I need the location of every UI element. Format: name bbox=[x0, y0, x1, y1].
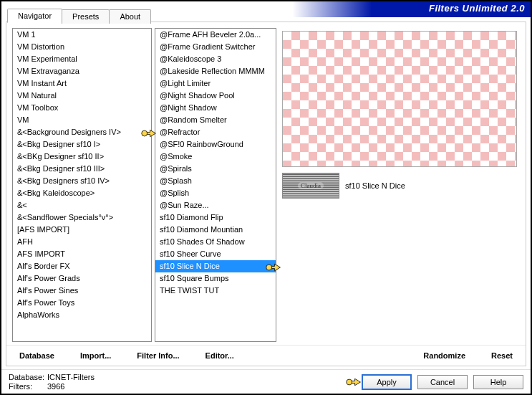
list-item[interactable]: VM Natural bbox=[13, 90, 151, 102]
list-item[interactable]: @Sun Raze... bbox=[155, 199, 276, 211]
list-item[interactable]: &< bbox=[13, 199, 151, 211]
list-item[interactable]: sf10 Square Bumps bbox=[155, 272, 276, 285]
list-item[interactable]: @Splash bbox=[155, 175, 276, 187]
list-item[interactable]: sf10 Sheer Curve bbox=[155, 248, 276, 260]
list-item[interactable]: @Spirals bbox=[155, 163, 276, 175]
filter-thumbnail bbox=[282, 173, 339, 199]
list-item[interactable]: VM bbox=[13, 114, 151, 126]
list-item[interactable]: Alf's Border FX bbox=[13, 260, 151, 272]
list-item[interactable]: @Kaleidoscope 3 bbox=[155, 53, 276, 65]
list-item[interactable]: VM 1 bbox=[13, 29, 151, 41]
help-button[interactable]: Help bbox=[473, 375, 523, 389]
editor-button[interactable]: Editor... bbox=[200, 350, 240, 361]
list-item[interactable]: AlphaWorks bbox=[13, 309, 151, 321]
tab-navigator[interactable]: Navigator bbox=[7, 9, 62, 23]
database-button[interactable]: Database bbox=[14, 350, 60, 361]
list-item[interactable]: @Frame Gradient Switcher bbox=[155, 41, 276, 53]
cancel-button[interactable]: Cancel bbox=[417, 375, 468, 389]
list-item[interactable]: Alf's Power Grads bbox=[13, 272, 151, 285]
filters-label: Filters: bbox=[9, 382, 47, 391]
tab-about[interactable]: About bbox=[109, 9, 151, 24]
footer: Database:ICNET-Filters Filters:3966 Appl… bbox=[1, 369, 531, 394]
list-item[interactable]: @Frame AFH Beveler 2.0a... bbox=[155, 29, 276, 41]
randomize-button[interactable]: Randomize bbox=[417, 350, 471, 361]
list-item[interactable]: &<BKg Designer sf10 II> bbox=[13, 151, 151, 163]
list-item[interactable]: VM Distortion bbox=[13, 41, 151, 53]
toolbar: Database Import... Filter Info... Editor… bbox=[6, 345, 526, 366]
main-area: VM 1VM DistortionVM ExperimentalVM Extra… bbox=[6, 22, 526, 345]
list-item[interactable]: @Random Smelter bbox=[155, 114, 276, 126]
list-item[interactable]: @Night Shadow bbox=[155, 102, 276, 114]
list-item[interactable]: @Light Limiter bbox=[155, 77, 276, 90]
list-item[interactable]: @Night Shadow Pool bbox=[155, 90, 276, 102]
selected-filter-label: sf10 Slice N Dice bbox=[345, 181, 405, 190]
footer-info: Database:ICNET-Filters Filters:3966 bbox=[9, 373, 95, 391]
filter-list[interactable]: @Frame AFH Beveler 2.0a...@Frame Gradien… bbox=[155, 28, 276, 342]
list-item[interactable]: VM Instant Art bbox=[13, 77, 151, 90]
list-item[interactable]: Alf's Power Toys bbox=[13, 297, 151, 309]
filter-name-row: sf10 Slice N Dice bbox=[282, 171, 517, 200]
list-item[interactable]: @Splish bbox=[155, 187, 276, 199]
main-panel: VM 1VM DistortionVM ExperimentalVM Extra… bbox=[6, 22, 526, 366]
list-item[interactable]: &<Background Designers IV> bbox=[13, 126, 151, 138]
list-item[interactable]: @Refractor bbox=[155, 126, 276, 138]
list-item[interactable]: sf10 Slice N Dice bbox=[155, 260, 276, 272]
list-item[interactable]: AFS IMPORT bbox=[13, 248, 151, 260]
db-label: Database: bbox=[9, 373, 47, 382]
list-item[interactable]: @Smoke bbox=[155, 151, 276, 163]
filter-info-button[interactable]: Filter Info... bbox=[131, 350, 185, 361]
tab-presets[interactable]: Presets bbox=[62, 9, 110, 24]
list-item[interactable]: &<Bkg Designers sf10 IV> bbox=[13, 175, 151, 187]
list-item[interactable]: VM Toolbox bbox=[13, 102, 151, 114]
filters-count: 3966 bbox=[47, 382, 64, 391]
list-item[interactable]: sf10 Diamond Mountian bbox=[155, 224, 276, 236]
reset-button[interactable]: Reset bbox=[485, 350, 518, 361]
list-item[interactable]: Alf's Power Sines bbox=[13, 285, 151, 297]
preview-image bbox=[282, 31, 517, 167]
list-item[interactable]: VM Extravaganza bbox=[13, 65, 151, 77]
pointer-hand-icon bbox=[344, 374, 363, 390]
preview-area: sf10 Slice N Dice bbox=[279, 28, 520, 342]
tab-bar: Navigator Presets About bbox=[7, 9, 150, 23]
list-item[interactable]: THE TWIST TUT bbox=[155, 285, 276, 297]
list-item[interactable]: [AFS IMPORT] bbox=[13, 224, 151, 236]
import-button[interactable]: Import... bbox=[74, 350, 117, 361]
list-item[interactable]: AFH bbox=[13, 236, 151, 248]
apply-button[interactable]: Apply bbox=[362, 374, 412, 390]
list-item[interactable]: VM Experimental bbox=[13, 53, 151, 65]
list-item[interactable]: sf10 Diamond Flip bbox=[155, 211, 276, 224]
app-title: Filters Unlimited 2.0 bbox=[429, 3, 525, 14]
list-item[interactable]: &<Bkg Designer sf10 I> bbox=[13, 138, 151, 151]
list-item[interactable]: @Lakeside Reflection MMMM bbox=[155, 65, 276, 77]
list-item[interactable]: @SF!0 RainbowGround bbox=[155, 138, 276, 151]
list-item[interactable]: &<Sandflower Specials°v°> bbox=[13, 211, 151, 224]
list-item[interactable]: &<Bkg Designer sf10 III> bbox=[13, 163, 151, 175]
footer-buttons: Apply Cancel Help bbox=[362, 374, 523, 390]
category-list[interactable]: VM 1VM DistortionVM ExperimentalVM Extra… bbox=[12, 28, 152, 342]
list-item[interactable]: &<Bkg Kaleidoscope> bbox=[13, 187, 151, 199]
db-value: ICNET-Filters bbox=[47, 373, 95, 381]
list-item[interactable]: sf10 Shades Of Shadow bbox=[155, 236, 276, 248]
svg-point-0 bbox=[347, 379, 352, 385]
